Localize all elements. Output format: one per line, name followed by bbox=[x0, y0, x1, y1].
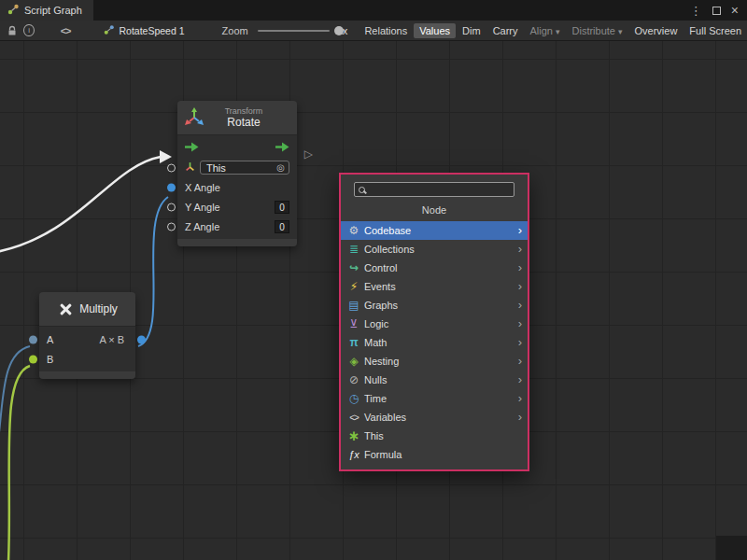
multiply-node-footer bbox=[39, 371, 135, 379]
tab-title: Script Graph bbox=[24, 5, 82, 16]
finder-item-logic[interactable]: Logic bbox=[341, 315, 528, 333]
zoom-label: Zoom bbox=[222, 25, 248, 36]
relations-button[interactable]: Relations bbox=[359, 23, 413, 38]
finder-item-label: Math bbox=[364, 337, 387, 348]
node-transform-rotate[interactable]: Transform Rotate bbox=[177, 101, 297, 246]
carry-button[interactable]: Carry bbox=[487, 23, 524, 38]
chevron-right-icon bbox=[518, 315, 522, 332]
finder-header: Node bbox=[341, 201, 528, 221]
finder-item-label: Nulls bbox=[364, 374, 387, 385]
y-angle-label: Y Angle bbox=[185, 202, 220, 213]
null-icon bbox=[346, 371, 361, 389]
edit-source-icon[interactable] bbox=[61, 22, 71, 39]
align-button[interactable]: Align bbox=[525, 23, 566, 38]
flow-output-port[interactable] bbox=[275, 142, 289, 154]
search-input[interactable] bbox=[370, 184, 510, 196]
zoom-slider-knob[interactable] bbox=[334, 26, 344, 35]
values-button[interactable]: Values bbox=[414, 23, 456, 38]
finder-item-math[interactable]: Math bbox=[341, 333, 528, 352]
chevron-right-icon bbox=[518, 390, 522, 407]
finder-item-collections[interactable]: Collections bbox=[341, 240, 528, 259]
finder-item-nulls[interactable]: Nulls bbox=[341, 371, 528, 389]
transform-axes-icon bbox=[185, 107, 204, 128]
finder-item-control[interactable]: Control bbox=[341, 259, 528, 277]
window-menu-icon[interactable] bbox=[690, 4, 702, 18]
chevron-right-icon bbox=[518, 222, 522, 239]
z-angle-label: Z Angle bbox=[185, 221, 219, 232]
full-screen-button[interactable]: Full Screen bbox=[684, 23, 747, 38]
finder-item-codebase[interactable]: Codebase bbox=[341, 221, 528, 240]
graph-canvas[interactable]: Transform Rotate bbox=[0, 41, 747, 560]
finder-item-time[interactable]: Time bbox=[341, 389, 528, 408]
search-box[interactable] bbox=[354, 182, 514, 197]
finder-item-label: Events bbox=[364, 281, 396, 292]
nesting-icon bbox=[346, 352, 361, 371]
chevron-right-icon bbox=[518, 297, 522, 314]
this-row: This bbox=[177, 158, 297, 177]
overview-button[interactable]: Overview bbox=[629, 23, 684, 38]
z-angle-port[interactable] bbox=[167, 222, 176, 231]
node-multiply[interactable]: Multiply A A × B B bbox=[39, 292, 135, 379]
multiply-node-header[interactable]: Multiply bbox=[39, 292, 135, 327]
x-angle-port[interactable] bbox=[167, 183, 176, 191]
finder-item-variables[interactable]: Variables bbox=[341, 408, 528, 427]
finder-item-nesting[interactable]: Nesting bbox=[341, 352, 528, 371]
finder-item-graphs[interactable]: Graphs bbox=[341, 296, 528, 315]
maximize-icon[interactable] bbox=[712, 7, 721, 15]
b-port[interactable] bbox=[29, 355, 37, 363]
finder-search-row bbox=[341, 175, 528, 201]
tab-script-graph[interactable]: Script Graph bbox=[0, 0, 93, 21]
node-title: Rotate bbox=[209, 116, 278, 129]
chevron-right-icon bbox=[518, 371, 522, 388]
clock-icon bbox=[346, 389, 361, 408]
chevron-right-icon bbox=[518, 409, 522, 426]
chevron-right-icon bbox=[518, 259, 522, 276]
lightning-icon bbox=[346, 277, 361, 296]
finder-item-label: Time bbox=[364, 393, 387, 404]
rotate-node-header[interactable]: Transform Rotate bbox=[177, 101, 297, 135]
lock-icon[interactable] bbox=[6, 22, 18, 39]
chevron-right-icon bbox=[518, 278, 522, 295]
chevron-right-icon bbox=[518, 353, 522, 370]
script-graph-icon bbox=[7, 4, 20, 17]
info-icon[interactable] bbox=[23, 24, 34, 36]
flow-branch-icon bbox=[346, 259, 361, 277]
rotate-node-footer bbox=[177, 239, 297, 246]
finder-item-label: Nesting bbox=[364, 356, 399, 367]
distribute-button[interactable]: Distribute bbox=[567, 23, 628, 38]
finder-item-label: Codebase bbox=[364, 225, 411, 236]
close-icon[interactable] bbox=[731, 3, 739, 18]
dim-button[interactable]: Dim bbox=[457, 23, 486, 38]
wire-a-input bbox=[0, 346, 30, 441]
z-angle-input[interactable]: 0 bbox=[275, 220, 289, 233]
result-label: A × B bbox=[99, 334, 124, 345]
flow-input-port[interactable] bbox=[185, 142, 199, 154]
wire-flow bbox=[0, 157, 161, 252]
result-port[interactable] bbox=[137, 335, 146, 343]
finder-list: Codebase Collections Control Events bbox=[341, 221, 528, 464]
finder-item-label: Formula bbox=[364, 449, 402, 460]
finder-item-this[interactable]: This bbox=[341, 427, 528, 445]
chevron-right-icon bbox=[518, 241, 522, 258]
graph-reference-label: RotateSpeed 1 bbox=[119, 25, 184, 36]
this-object-field[interactable]: This bbox=[200, 161, 289, 175]
finder-item-events[interactable]: Events bbox=[341, 277, 528, 296]
graph-reference[interactable]: RotateSpeed 1 bbox=[104, 24, 184, 37]
finder-item-formula[interactable]: Formula bbox=[341, 445, 528, 464]
finder-item-label: Logic bbox=[364, 318, 388, 329]
zoom-slider[interactable] bbox=[258, 30, 330, 32]
a-row: A A × B bbox=[39, 329, 135, 349]
a-port[interactable] bbox=[29, 335, 37, 343]
asterisk-icon bbox=[346, 427, 361, 446]
toolbar-buttons: Relations Values Dim Carry Align Distrib… bbox=[359, 23, 747, 38]
gear-icon bbox=[346, 221, 361, 240]
x-angle-row: X Angle bbox=[177, 177, 297, 197]
node-title: Multiply bbox=[79, 302, 118, 315]
y-angle-port[interactable] bbox=[167, 203, 176, 211]
y-angle-input[interactable]: 0 bbox=[275, 201, 289, 214]
tab-bar: Script Graph bbox=[0, 0, 747, 21]
object-picker-icon[interactable] bbox=[276, 162, 285, 173]
node-category: Transform bbox=[209, 106, 278, 116]
resize-corner bbox=[716, 536, 747, 560]
this-port[interactable] bbox=[167, 163, 176, 172]
